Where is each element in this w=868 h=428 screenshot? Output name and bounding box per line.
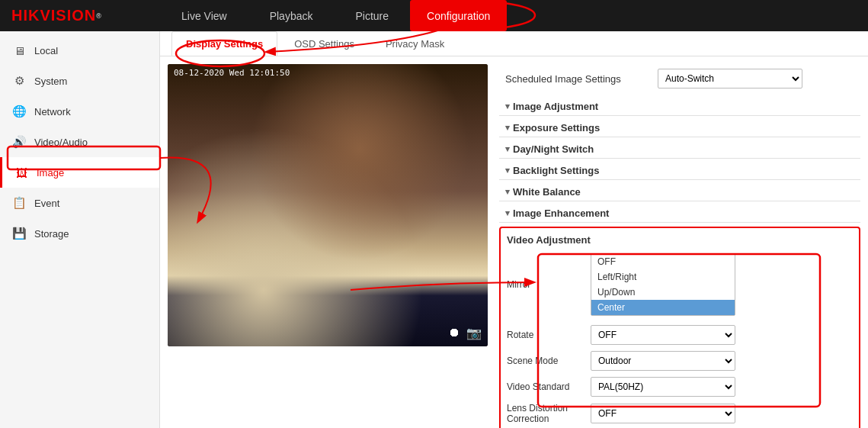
rotate-select[interactable]: OFFON	[591, 325, 735, 345]
mirror-option-off[interactable]: OFF	[591, 254, 735, 269]
sidebar-item-image[interactable]: 🖼Image	[0, 157, 159, 188]
top-nav: HIKVISION ® Live ViewPlaybackPictureConf…	[0, 0, 868, 31]
scene-mode-select[interactable]: OutdoorIndoorRoad	[591, 351, 735, 371]
nav-links: Live ViewPlaybackPictureConfiguration	[160, 0, 868, 31]
sidebar-icon-system: ⚙	[11, 73, 27, 88]
sub-tabs: Display SettingsOSD SettingsPrivacy Mask	[160, 31, 868, 56]
logo-area: HIKVISION ®	[0, 7, 160, 24]
video-standard-row: Video Standard PAL(50HZ)NTSC(60HZ)	[507, 374, 853, 400]
sidebar-icon-video-audio: 🔊	[11, 134, 27, 150]
sidebar-item-event[interactable]: 📋Event	[0, 188, 159, 218]
section-header-white-balance[interactable]: White Balance	[499, 180, 860, 201]
nav-link-playback[interactable]: Playback	[248, 0, 335, 31]
lens-distortion-select[interactable]: OFFON	[591, 404, 735, 423]
section-header-image-enhancement[interactable]: Image Enhancement	[499, 201, 860, 223]
sub-tab-display-settings[interactable]: Display Settings	[171, 31, 277, 56]
sidebar-label-video-audio: Video/Audio	[34, 137, 88, 148]
record-icon[interactable]: ⏺	[448, 326, 460, 340]
settings-panel: Scheduled Image Settings Auto-SwitchSche…	[499, 64, 860, 428]
sidebar-label-local: Local	[34, 45, 58, 56]
section-header-exposure-settings[interactable]: Exposure Settings	[499, 116, 860, 137]
mirror-dropdown[interactable]: OFFLeft/RightUp/DownCenter	[591, 253, 735, 316]
content: Display SettingsOSD SettingsPrivacy Mask…	[160, 31, 868, 428]
mirror-row: Mirror OFFLeft/RightUp/DownCenter	[507, 250, 853, 319]
sidebar-label-storage: Storage	[34, 228, 69, 240]
rotate-row: Rotate OFFON	[507, 322, 853, 348]
sidebar-item-local[interactable]: 🖥Local	[0, 35, 159, 66]
sidebar-icon-local: 🖥	[11, 43, 27, 58]
sidebar-icon-network: 🌐	[11, 104, 27, 119]
scheduled-image-row: Scheduled Image Settings Auto-SwitchSche…	[499, 64, 860, 93]
capture-icon[interactable]: 📷	[466, 326, 482, 340]
lens-distortion-label: Lens Distortion Correction	[507, 403, 591, 424]
scene-mode-label: Scene Mode	[507, 356, 591, 366]
sidebar-item-storage[interactable]: 💾Storage	[0, 218, 159, 249]
nav-link-picture[interactable]: Picture	[334, 0, 410, 31]
video-adjustment-box: Video Adjustment Mirror OFFLeft/RightUp/…	[499, 227, 860, 428]
section-header-image-adjustment[interactable]: Image Adjustment	[499, 95, 860, 116]
sidebar-item-video-audio[interactable]: 🔊Video/Audio	[0, 127, 159, 157]
video-adjustment-title: Video Adjustment	[507, 234, 853, 246]
sub-tab-osd-settings[interactable]: OSD Settings	[280, 31, 369, 56]
nav-link-configuration[interactable]: Configuration	[410, 0, 507, 31]
scene-mode-row: Scene Mode OutdoorIndoorRoad	[507, 348, 853, 374]
mirror-option-left-right[interactable]: Left/Right	[591, 269, 735, 285]
video-standard-label: Video Standard	[507, 381, 591, 392]
sidebar-label-network: Network	[34, 106, 71, 117]
rotate-label: Rotate	[507, 330, 591, 340]
section-header-backlight-settings[interactable]: Backlight Settings	[499, 159, 860, 180]
scheduled-image-label: Scheduled Image Settings	[505, 73, 658, 85]
sidebar-icon-image: 🖼	[14, 165, 29, 180]
sidebar-item-system[interactable]: ⚙System	[0, 66, 159, 96]
sidebar-item-network[interactable]: 🌐Network	[0, 96, 159, 127]
mirror-dropdown-list: OFFLeft/RightUp/DownCenter	[591, 253, 735, 316]
logo-text: HIKVISION	[11, 7, 96, 24]
mirror-label: Mirror	[507, 279, 591, 290]
camera-timestamp: 08-12-2020 Wed 12:01:50	[174, 68, 290, 78]
video-standard-select[interactable]: PAL(50HZ)NTSC(60HZ)	[591, 377, 735, 397]
sidebar-label-image: Image	[37, 167, 64, 179]
sidebar-label-event: Event	[34, 198, 59, 209]
section-header-day-night-switch[interactable]: Day/Night Switch	[499, 137, 860, 159]
sidebar: 🖥Local⚙System🌐Network🔊Video/Audio🖼Image📋…	[0, 31, 160, 428]
mirror-option-up-down[interactable]: Up/Down	[591, 285, 735, 300]
sidebar-icon-storage: 💾	[11, 226, 27, 241]
logo-reg: ®	[96, 12, 101, 20]
main-layout: 🖥Local⚙System🌐Network🔊Video/Audio🖼Image📋…	[0, 31, 868, 428]
sidebar-label-system: System	[34, 76, 67, 87]
scheduled-image-control: Auto-SwitchScheduledManual	[658, 69, 854, 88]
lens-distortion-row: Lens Distortion Correction OFFON	[507, 400, 853, 427]
camera-preview: 08-12-2020 Wed 12:01:50 ⏺ 📷	[168, 64, 488, 346]
nav-link-live-view[interactable]: Live View	[160, 0, 248, 31]
sub-tab-privacy-mask[interactable]: Privacy Mask	[371, 31, 459, 56]
content-body: 08-12-2020 Wed 12:01:50 ⏺ 📷 Scheduled Im…	[160, 56, 868, 428]
camera-controls: ⏺ 📷	[448, 326, 482, 340]
scheduled-image-select[interactable]: Auto-SwitchScheduledManual	[658, 69, 802, 88]
mirror-option-center[interactable]: Center	[591, 300, 735, 315]
sidebar-icon-event: 📋	[11, 195, 27, 211]
